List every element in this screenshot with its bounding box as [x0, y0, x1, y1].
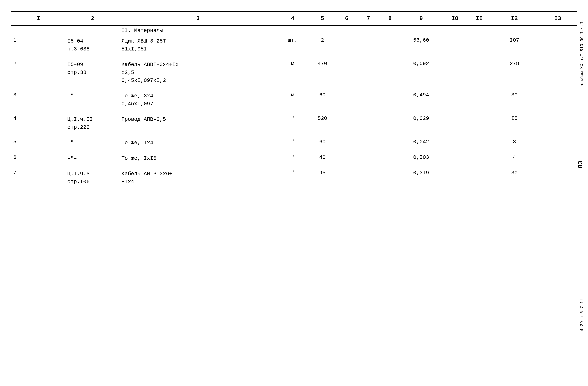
spacer-2 [11, 86, 577, 90]
row5-num: 5. [11, 137, 65, 149]
row2-col11 [468, 59, 490, 86]
row4-num: 4. [11, 114, 65, 133]
row1-col11 [468, 35, 490, 55]
row2-price: 0,592 [401, 59, 441, 86]
row5-qty: 60 [309, 137, 336, 149]
row4-desc: Провод АПВ–2,5 [120, 114, 276, 133]
row6-ref: –"– [65, 153, 120, 164]
row7-col7 [357, 168, 379, 188]
spacer-1 [11, 55, 577, 59]
row1-col8 [379, 35, 401, 55]
row5-col8 [379, 137, 401, 149]
row6-num: 6. [11, 153, 65, 164]
main-table: I 2 3 4 5 6 7 8 9 IO II I2 I3 II. Матери… [11, 11, 577, 188]
row5-col10 [441, 137, 468, 149]
row3-col6 [336, 90, 357, 110]
section-header-col1 [11, 25, 65, 36]
table-row: 1. I5–04 п.3–638 Ящик ЯВШ–3–25Т 51хI,05I… [11, 35, 577, 55]
row3-unit: м [276, 90, 309, 110]
row7-col10 [441, 168, 468, 188]
row7-ref: Ц.I.ч.У стр.I06 [65, 168, 120, 188]
row4-col7 [357, 114, 379, 133]
header-col-9: 9 [401, 12, 441, 25]
annotation-bottom-text: 4-29 ч 6-7 11 [580, 299, 584, 331]
row2-unit: м [276, 59, 309, 86]
row3-desc: То же, 3х4 0,45хI,097 [120, 90, 276, 110]
row2-col10 [441, 59, 468, 86]
spacer-5 [11, 149, 577, 153]
row3-col11 [468, 90, 490, 110]
row2-col8 [379, 59, 401, 86]
table-header-row: I 2 3 4 5 6 7 8 9 IO II I2 I3 [11, 12, 577, 25]
row4-unit: " [276, 114, 309, 133]
row2-desc: Кабель АВВГ–3х4+Iх х2,5 0,45хI,097хI,2 [120, 59, 276, 86]
spacer-6 [11, 164, 577, 168]
row2-num: 2. [11, 59, 65, 86]
row1-col10 [441, 35, 468, 55]
row7-col8 [379, 168, 401, 188]
table-row: 5. –"– То же, Iх4 " 60 0,042 3 [11, 137, 577, 149]
row6-col8 [379, 153, 401, 164]
row6-price: 0,IO3 [401, 153, 441, 164]
header-col-5: 5 [309, 12, 336, 25]
row6-unit: " [276, 153, 309, 164]
row2-total: 278 [490, 59, 539, 86]
spacer-3 [11, 110, 577, 114]
section-header-text: II. Материалы [120, 25, 276, 36]
row5-col13 [539, 137, 577, 149]
header-col-10: IO [441, 12, 468, 25]
row3-col13 [539, 90, 577, 110]
header-col-1: I [11, 12, 65, 25]
annotation-top-right: альбом XX ч.I 810-99 I.ч.I. [579, 19, 585, 86]
row5-total: 3 [490, 137, 539, 149]
annotation-83: 83 [577, 161, 584, 168]
row3-num: 3. [11, 90, 65, 110]
row7-price: 0,3I9 [401, 168, 441, 188]
row2-col7 [357, 59, 379, 86]
row7-desc: Кабель АНГР–3х6+ +Iх4 [120, 168, 276, 188]
header-col-13: I3 [539, 12, 577, 25]
table-row: 2. I5–09 стр.38 Кабель АВВГ–3х4+Iх х2,5 … [11, 59, 577, 86]
row5-price: 0,042 [401, 137, 441, 149]
row6-col11 [468, 153, 490, 164]
row7-total: 30 [490, 168, 539, 188]
row4-ref: Ц.I.ч.II стр.222 [65, 114, 120, 133]
header-col-2: 2 [65, 12, 120, 25]
row2-col13 [539, 59, 577, 86]
row4-price: 0,029 [401, 114, 441, 133]
row2-qty: 470 [309, 59, 336, 86]
row3-col10 [441, 90, 468, 110]
row5-unit: " [276, 137, 309, 149]
header-col-12: I2 [490, 12, 539, 25]
row7-qty: 95 [309, 168, 336, 188]
row1-unit: шт. [276, 35, 309, 55]
header-col-6: 6 [336, 12, 357, 25]
row3-col8 [379, 90, 401, 110]
row3-total: 30 [490, 90, 539, 110]
row6-desc: То же, IхI6 [120, 153, 276, 164]
row3-price: 0,494 [401, 90, 441, 110]
row4-col10 [441, 114, 468, 133]
row1-col7 [357, 35, 379, 55]
annotation-album-text: альбом XX ч.I 810-99 I.ч.I. [580, 19, 584, 86]
row5-col7 [357, 137, 379, 149]
row1-num: 1. [11, 35, 65, 55]
header-col-11: II [468, 12, 490, 25]
row5-desc: То же, Iх4 [120, 137, 276, 149]
row7-num: 7. [11, 168, 65, 188]
section-header-row: II. Материалы [11, 25, 577, 36]
row3-qty: 60 [309, 90, 336, 110]
row2-ref: I5–09 стр.38 [65, 59, 120, 86]
row6-col13 [539, 153, 577, 164]
row4-total: I5 [490, 114, 539, 133]
page-container: I 2 3 4 5 6 7 8 9 IO II I2 I3 II. Матери… [0, 0, 588, 386]
row1-total: IO7 [490, 35, 539, 55]
row1-col6 [336, 35, 357, 55]
annotation-bottom-right: 4-29 ч 6-7 11 [579, 299, 585, 331]
row6-col7 [357, 153, 379, 164]
header-col-4: 4 [276, 12, 309, 25]
spacer-4 [11, 133, 577, 137]
section-header-col2 [65, 25, 120, 36]
section-header-spacer [276, 25, 577, 36]
row2-col6 [336, 59, 357, 86]
